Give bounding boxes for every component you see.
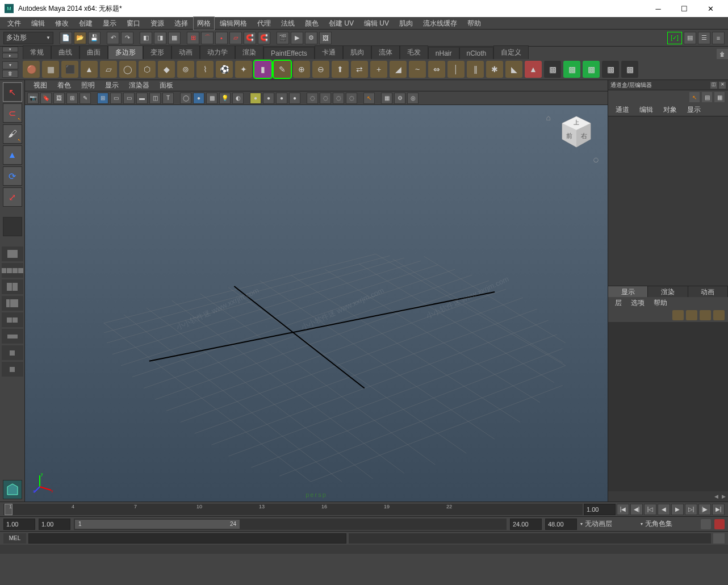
snap-plane-button[interactable]: ▱	[229, 32, 242, 44]
redo-button[interactable]: ↷	[121, 32, 133, 44]
range-bar[interactable]: 1 24	[75, 520, 240, 529]
poly-cone-icon[interactable]: ▲	[81, 61, 98, 78]
offset-edge-icon[interactable]: ‖	[467, 61, 484, 78]
menu-修改[interactable]: 修改	[50, 17, 74, 30]
channel-menu-显示[interactable]: 显示	[682, 105, 706, 115]
snap-live-button[interactable]: 🧲	[244, 32, 256, 44]
shelf-trash-button[interactable]: 🗑	[2, 70, 18, 78]
dynamics-button[interactable]	[2, 362, 23, 377]
shelf-tab-曲面[interactable]: 曲面	[80, 45, 108, 59]
menu-肌肉[interactable]: 肌肉	[394, 17, 418, 30]
field-chart-toggle[interactable]: ◫	[149, 93, 161, 104]
view-cube[interactable]: 上 前 右	[557, 112, 596, 152]
poly-pyramid-icon[interactable]: ◆	[158, 61, 175, 78]
smooth-icon[interactable]: ~	[409, 61, 426, 78]
vp-settings-button[interactable]: ⚙	[394, 93, 405, 104]
paint-select-tool[interactable]: 🖌↖	[3, 124, 22, 144]
shelf-tab-动画[interactable]: 动画	[171, 45, 200, 59]
combine-icon[interactable]: ⊕	[293, 61, 310, 78]
perspective-viewport[interactable]: ⌂ 上 前 右 ◯ y x	[25, 105, 608, 502]
append-icon[interactable]: +	[370, 61, 387, 78]
tool-settings-toggle[interactable]: ☰	[698, 32, 710, 44]
channel-menu-编辑[interactable]: 编辑	[634, 105, 658, 115]
select-camera-button[interactable]: ↖	[363, 93, 375, 104]
mirror-icon[interactable]: ⇔	[428, 61, 445, 78]
wedge-icon[interactable]: ◣	[505, 61, 522, 78]
layer-menu-选项[interactable]: 选项	[626, 297, 649, 308]
new-scene-button[interactable]: 📄	[60, 32, 72, 44]
shaded-button[interactable]: ●	[193, 93, 204, 104]
iso2-button[interactable]: ◌	[346, 93, 357, 104]
layer-menu-层[interactable]: 层	[610, 297, 626, 308]
light4-button[interactable]: ●	[289, 93, 300, 104]
channel-list[interactable]	[608, 116, 728, 286]
select-hierarchy-button[interactable]: ◧	[140, 32, 152, 44]
poly-sphere-icon[interactable]: 🟤	[23, 61, 40, 78]
ch-icon-2[interactable]: ▤	[702, 92, 712, 102]
menu-编辑[interactable]: 编辑	[26, 17, 50, 30]
layer-list[interactable]	[608, 322, 728, 491]
menu-流水线缓存[interactable]: 流水线缓存	[418, 17, 462, 30]
light2-button[interactable]: ●	[263, 93, 274, 104]
character-set-selector[interactable]: ▾无角色集	[641, 519, 697, 529]
step-forward-key-button[interactable]: |▶	[698, 504, 711, 515]
shelf-tab-多边形[interactable]: 多边形	[108, 45, 143, 59]
channel-menu-通道[interactable]: 通道	[610, 105, 634, 115]
select-tool[interactable]: ↖	[3, 82, 22, 102]
uv-planar-icon[interactable]: ▩	[563, 61, 580, 78]
menu-编辑网格[interactable]: 编辑网格	[215, 17, 252, 30]
shelf-tab-曲线[interactable]: 曲线	[51, 45, 80, 59]
vp-renderer-button[interactable]: ▦	[381, 93, 392, 104]
textured-button[interactable]: ▩	[206, 93, 217, 104]
menu-颜色[interactable]: 颜色	[300, 17, 324, 30]
menu-创建[interactable]: 创建	[74, 17, 98, 30]
lasso-tool[interactable]: ⊂↖	[3, 103, 22, 123]
menu-编辑 UV[interactable]: 编辑 UV	[359, 17, 394, 30]
snap-curve-button[interactable]: ⌒	[201, 32, 214, 44]
attribute-editor-toggle[interactable]: ▤	[684, 32, 696, 44]
sculpt-icon[interactable]: ✎	[274, 61, 291, 78]
panel-menu-渲染器[interactable]: 渲染器	[124, 81, 154, 90]
panel-menu-照明[interactable]: 照明	[76, 81, 100, 90]
playback-end-field[interactable]: 24.00	[510, 519, 542, 530]
shelf-tab-毛发[interactable]: 毛发	[400, 45, 428, 59]
gate-mask-toggle[interactable]: ▬	[136, 93, 148, 104]
render-view-button[interactable]: 🖼	[319, 32, 332, 44]
image-plane-button[interactable]: 🖼	[53, 93, 65, 104]
shelf-tab-变形[interactable]: 变形	[143, 45, 171, 59]
light3-button[interactable]: ●	[276, 93, 287, 104]
shelf-tab-流体[interactable]: 流体	[371, 45, 400, 59]
menu-窗口[interactable]: 窗口	[122, 17, 145, 30]
cone2-icon[interactable]: ▲	[525, 61, 542, 78]
poly-prism-icon[interactable]: ⬡	[139, 61, 156, 78]
anim-start-field[interactable]: 1.00	[3, 519, 35, 530]
last-tool[interactable]	[3, 217, 22, 236]
shelf-tab-nHair[interactable]: nHair	[428, 47, 459, 59]
scale-tool[interactable]: ⤢	[3, 187, 22, 207]
menu-文件[interactable]: 文件	[2, 17, 26, 30]
shelf-tab-nCloth[interactable]: nCloth	[459, 47, 494, 59]
snap-toggle-button[interactable]: 🧲	[258, 32, 270, 44]
poly-pipe-icon[interactable]: ⊚	[177, 61, 194, 78]
layer-new-selected-icon[interactable]	[713, 310, 725, 320]
shelf-tab-常规[interactable]: 常规	[23, 45, 51, 59]
four-view-button[interactable]	[2, 263, 23, 278]
poly-cylinder-icon[interactable]: ⬛	[61, 61, 78, 78]
single-view-button[interactable]	[2, 246, 23, 261]
script-lang-label[interactable]: MEL	[3, 533, 26, 544]
open-scene-button[interactable]: 📂	[74, 32, 86, 44]
grid-toggle[interactable]: ⊞	[97, 93, 108, 104]
maximize-button[interactable]: ☐	[671, 0, 697, 17]
wireframe-button[interactable]: ◯	[180, 93, 191, 104]
lights-button[interactable]: 💡	[219, 93, 231, 104]
shelf-tab-动力学[interactable]: 动力学	[200, 45, 235, 59]
menu-显示[interactable]: 显示	[98, 17, 122, 30]
panel-menu-显示[interactable]: 显示	[100, 81, 124, 90]
select-component-button[interactable]: ▦	[168, 32, 181, 44]
layer-move-up-icon[interactable]	[672, 310, 684, 320]
script-editor-button[interactable]	[2, 345, 23, 360]
layer-scrollbar[interactable]: ◀▶	[608, 491, 728, 502]
move-tool[interactable]: ▲	[3, 145, 22, 165]
shelf-tab-PaintEffects[interactable]: PaintEffects	[263, 47, 315, 59]
panel-menu-着色[interactable]: 着色	[52, 81, 76, 90]
